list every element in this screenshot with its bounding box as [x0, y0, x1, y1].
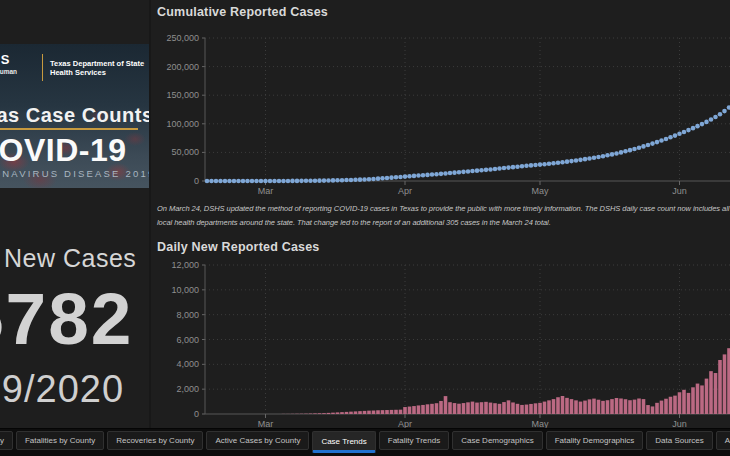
data-point[interactable]	[695, 124, 700, 129]
data-point[interactable]	[493, 167, 498, 172]
tab-recoveries-by-county[interactable]: Recoveries by County	[107, 431, 203, 450]
data-point[interactable]	[682, 130, 687, 135]
data-point[interactable]	[313, 178, 318, 183]
data-point[interactable]	[268, 179, 273, 184]
data-point[interactable]	[277, 179, 282, 184]
bar[interactable]	[633, 400, 637, 414]
data-point[interactable]	[497, 166, 502, 171]
bar[interactable]	[597, 400, 601, 414]
data-point[interactable]	[569, 159, 574, 164]
tab-fatalities-by-county[interactable]: Fatalities by County	[16, 431, 104, 450]
bar[interactable]	[435, 403, 439, 414]
bar[interactable]	[570, 399, 574, 414]
bar[interactable]	[687, 393, 691, 414]
bar[interactable]	[709, 371, 713, 414]
bar[interactable]	[367, 411, 371, 414]
data-point[interactable]	[443, 171, 448, 176]
bar[interactable]	[471, 402, 475, 414]
bar[interactable]	[705, 379, 709, 414]
bar[interactable]	[322, 413, 326, 414]
data-point[interactable]	[394, 175, 399, 180]
data-point[interactable]	[520, 164, 525, 169]
data-point[interactable]	[308, 178, 313, 183]
data-point[interactable]	[515, 164, 520, 169]
bar[interactable]	[651, 406, 655, 414]
bar[interactable]	[489, 403, 493, 414]
data-point[interactable]	[448, 171, 453, 176]
bar[interactable]	[678, 392, 682, 414]
bar[interactable]	[669, 397, 673, 414]
bar[interactable]	[529, 404, 533, 414]
data-point[interactable]	[290, 179, 295, 184]
data-point[interactable]	[434, 172, 439, 177]
data-point[interactable]	[209, 179, 214, 184]
data-point[interactable]	[340, 178, 345, 183]
data-point[interactable]	[610, 152, 615, 157]
data-point[interactable]	[470, 169, 475, 174]
data-point[interactable]	[713, 115, 718, 120]
bar[interactable]	[403, 407, 407, 414]
data-point[interactable]	[628, 148, 633, 153]
data-point[interactable]	[637, 145, 642, 150]
data-point[interactable]	[322, 178, 327, 183]
bar[interactable]	[592, 399, 596, 414]
data-point[interactable]	[560, 160, 565, 165]
data-point[interactable]	[389, 175, 394, 180]
data-point[interactable]	[506, 165, 511, 170]
data-point[interactable]	[722, 109, 727, 114]
data-point[interactable]	[466, 169, 471, 174]
bar[interactable]	[327, 413, 331, 414]
data-point[interactable]	[668, 135, 673, 140]
tab-data-sources[interactable]: Data Sources	[646, 431, 712, 450]
data-point[interactable]	[578, 158, 583, 163]
data-point[interactable]	[205, 179, 210, 184]
bar[interactable]	[538, 403, 542, 414]
bar[interactable]	[516, 404, 520, 414]
bar[interactable]	[696, 384, 700, 414]
bar[interactable]	[444, 396, 448, 414]
bar[interactable]	[448, 402, 452, 414]
data-point[interactable]	[385, 176, 390, 181]
data-point[interactable]	[254, 179, 259, 184]
bar[interactable]	[408, 407, 412, 414]
data-point[interactable]	[511, 165, 516, 170]
data-point[interactable]	[565, 159, 570, 164]
data-point[interactable]	[538, 162, 543, 167]
bar[interactable]	[363, 411, 367, 414]
data-point[interactable]	[664, 137, 669, 142]
data-point[interactable]	[376, 176, 381, 181]
data-point[interactable]	[452, 170, 457, 175]
data-point[interactable]	[650, 141, 655, 146]
bar[interactable]	[547, 400, 551, 414]
bar[interactable]	[394, 410, 398, 414]
bar[interactable]	[426, 404, 430, 414]
bar[interactable]	[556, 397, 560, 414]
data-point[interactable]	[623, 149, 628, 154]
data-point[interactable]	[299, 179, 304, 184]
data-point[interactable]	[398, 175, 403, 180]
bar[interactable]	[336, 412, 340, 414]
daily-new-cases-chart[interactable]: 02,0004,0006,0008,00010,00012,000MarAprM…	[150, 235, 730, 428]
bar[interactable]	[390, 410, 394, 414]
data-point[interactable]	[317, 178, 322, 183]
data-point[interactable]	[479, 168, 484, 173]
bar[interactable]	[579, 402, 583, 414]
bar[interactable]	[376, 410, 380, 414]
bar[interactable]	[700, 385, 704, 414]
data-point[interactable]	[241, 179, 246, 184]
data-point[interactable]	[691, 126, 696, 131]
data-point[interactable]	[677, 132, 682, 137]
data-point[interactable]	[236, 179, 241, 184]
bar[interactable]	[601, 401, 605, 414]
data-point[interactable]	[232, 179, 237, 184]
data-point[interactable]	[286, 179, 291, 184]
data-point[interactable]	[439, 172, 444, 177]
bar[interactable]	[723, 354, 727, 414]
bar[interactable]	[583, 401, 587, 414]
bar[interactable]	[417, 405, 421, 414]
bar[interactable]	[637, 398, 641, 414]
tab-case-trends[interactable]: Case Trends	[312, 431, 375, 453]
bar[interactable]	[615, 398, 619, 414]
data-point[interactable]	[641, 144, 646, 149]
data-point[interactable]	[272, 179, 277, 184]
